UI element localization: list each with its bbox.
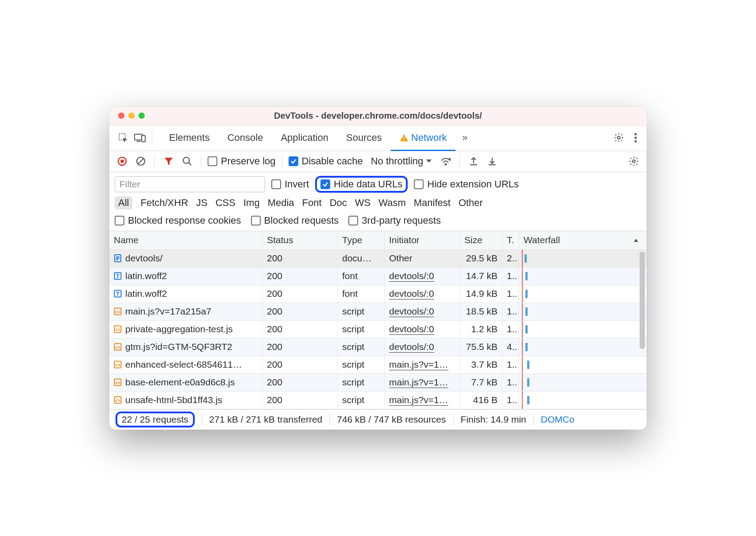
svg-point-19 [633,160,635,163]
col-waterfall[interactable]: Waterfall [519,231,647,249]
cell-initiator[interactable]: devtools/:0 [385,338,460,356]
third-party-checkbox[interactable]: 3rd-party requests [348,215,441,226]
cell-time: 1.. [502,303,519,320]
tab-console[interactable]: Console [219,125,272,151]
close-window-button[interactable] [118,113,124,119]
type-filter-ws[interactable]: WS [355,197,370,209]
tab-sources[interactable]: Sources [337,125,391,151]
disable-cache-checkbox[interactable]: Disable cache [289,155,363,167]
clear-button[interactable] [133,154,148,169]
throttling-select[interactable]: No throttling [371,155,432,167]
throttling-label: No throttling [371,155,424,167]
third-party-label: 3rd-party requests [362,215,441,226]
table-row[interactable]: <>gtm.js?id=GTM-5QF3RT2200scriptdevtools… [109,338,647,356]
cell-initiator[interactable]: main.js?v=1… [385,392,460,409]
search-icon[interactable] [180,154,195,169]
blocked-cookies-checkbox[interactable]: Blocked response cookies [115,215,241,226]
cell-initiator[interactable]: main.js?v=1… [385,356,460,373]
type-filter-wasm[interactable]: Wasm [378,197,406,209]
cell-size: 75.5 kB [460,338,502,356]
table-row[interactable]: <>base-element-e0a9d6c8.js200scriptmain.… [109,374,647,392]
table-header: Name Status Type Initiator Size T. Water… [109,231,647,250]
table-row[interactable]: Tlatin.woff2200fontdevtools/:014.7 kB1.. [109,268,647,285]
cell-status: 200 [262,250,338,267]
script-icon: <> [114,378,122,386]
cell-initiator[interactable]: devtools/:0 [385,268,460,285]
svg-point-14 [183,157,189,163]
cell-name: <>base-element-e0a9d6c8.js [109,374,262,391]
hide-data-urls-checkbox[interactable]: Hide data URLs [320,179,402,190]
filter-input[interactable]: Filter [115,176,265,192]
checkbox-icon [115,216,124,225]
divider [154,155,155,167]
table-row[interactable]: <>unsafe-html-5bd1ff43.js200scriptmain.j… [109,392,647,409]
cell-time: 1.. [502,285,519,303]
svg-text:<>: <> [115,363,120,368]
type-filter-font[interactable]: Font [302,197,322,209]
more-tabs-icon[interactable]: » [457,130,472,145]
col-type[interactable]: Type [338,231,385,249]
request-type-filters: AllFetch/XHRJSCSSImgMediaFontDocWSWasmMa… [109,194,647,213]
network-status-bar: 22 / 25 requests 271 kB / 271 kB transfe… [109,409,647,430]
cell-type: script [338,303,385,320]
type-filter-all[interactable]: All [115,196,132,210]
type-filter-doc[interactable]: Doc [330,197,347,209]
table-row[interactable]: <>main.js?v=17a215a7200scriptdevtools/:0… [109,303,647,321]
inspect-element-icon[interactable] [116,130,131,145]
cell-type: docu… [338,250,385,267]
cell-initiator[interactable]: devtools/:0 [385,285,460,303]
table-row[interactable]: Tlatin.woff2200fontdevtools/:014.9 kB1.. [109,285,647,303]
type-filter-fetchxhr[interactable]: Fetch/XHR [140,197,188,209]
transferred-size: 271 kB / 271 kB transferred [202,413,330,426]
font-icon: T [114,290,122,298]
table-row[interactable]: <>private-aggregation-test.js200scriptde… [109,321,647,338]
col-time[interactable]: T. [502,231,519,249]
cell-name: <>unsafe-html-5bd1ff43.js [109,392,262,409]
cell-initiator[interactable]: main.js?v=1… [385,374,460,391]
col-status[interactable]: Status [262,231,338,249]
type-filter-manifest[interactable]: Manifest [414,197,451,209]
vertical-scrollbar[interactable] [639,250,646,409]
cell-status: 200 [262,268,338,285]
cell-type: font [338,268,385,285]
minimize-window-button[interactable] [128,113,135,119]
blocked-requests-checkbox[interactable]: Blocked requests [251,215,339,226]
type-filter-media[interactable]: Media [268,197,294,209]
type-filter-css[interactable]: CSS [216,197,235,209]
preserve-log-checkbox[interactable]: Preserve log [208,155,276,167]
col-name[interactable]: Name [109,231,262,249]
cell-initiator[interactable]: devtools/:0 [385,321,460,338]
import-har-icon[interactable] [485,154,500,169]
table-row[interactable]: devtools/200docu…Other29.5 kB2.. [109,250,647,268]
cell-initiator[interactable]: devtools/:0 [385,303,460,320]
col-initiator[interactable]: Initiator [385,231,460,249]
network-settings-gear-icon[interactable] [626,154,641,169]
network-conditions-icon[interactable] [438,154,453,169]
hide-extension-urls-checkbox[interactable]: Hide extension URLs [414,179,519,190]
tab-application[interactable]: Application [272,125,337,151]
cell-waterfall [519,338,647,356]
invert-checkbox[interactable]: Invert [271,179,309,190]
cell-status: 200 [262,338,338,356]
svg-text:T: T [116,291,120,297]
sort-ascending-icon [633,238,639,242]
requests-count-highlight: 22 / 25 requests [116,412,195,427]
filter-toggle-icon[interactable] [161,154,176,169]
col-size[interactable]: Size [460,231,502,249]
export-har-icon[interactable] [466,154,481,169]
type-filter-img[interactable]: Img [243,197,260,209]
type-filter-other[interactable]: Other [459,197,483,209]
table-row[interactable]: <>enhanced-select-6854611…200scriptmain.… [109,356,647,374]
hide-data-urls-highlight: Hide data URLs [315,176,408,193]
maximize-window-button[interactable] [139,113,145,119]
tab-elements[interactable]: Elements [160,125,219,151]
record-button[interactable] [115,154,130,169]
finish-time: Finish: 14.9 min [454,413,534,426]
domcontentloaded-link[interactable]: DOMCo [534,413,582,426]
tab-network[interactable]: Network [391,125,456,151]
resources-size: 746 kB / 747 kB resources [330,413,453,426]
kebab-menu-icon[interactable] [628,130,643,145]
type-filter-js[interactable]: JS [196,197,208,209]
device-toolbar-icon[interactable] [132,130,147,145]
settings-gear-icon[interactable] [611,130,626,145]
